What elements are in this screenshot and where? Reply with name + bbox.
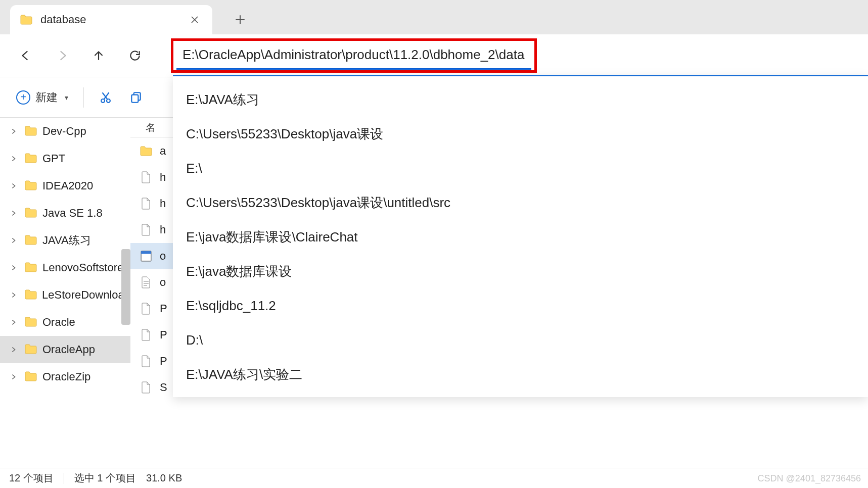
- tab-title: database: [40, 13, 179, 26]
- chevron-right-icon[interactable]: [9, 318, 18, 327]
- file-name: S: [160, 381, 167, 394]
- status-size: 31.0 KB: [146, 472, 182, 484]
- file-name: P: [160, 302, 167, 315]
- chevron-right-icon[interactable]: [9, 345, 18, 354]
- file-icon: [140, 196, 153, 211]
- chevron-right-icon[interactable]: [9, 154, 18, 163]
- file-icon: [140, 380, 153, 395]
- chevron-right-icon[interactable]: [9, 209, 18, 218]
- chevron-down-icon: ▾: [65, 93, 68, 102]
- sidebar-item-label: Dev-Cpp: [42, 125, 86, 138]
- folder-icon: [24, 153, 38, 164]
- file-icon: [140, 327, 153, 343]
- folder-icon: [19, 13, 33, 27]
- file-name: a: [160, 144, 166, 158]
- sidebar-item-label: OracleApp: [42, 343, 95, 356]
- sidebar-item-label: LenovoSoftstore: [42, 261, 123, 274]
- file-icon: [140, 222, 153, 237]
- history-item[interactable]: E:\JAVA练习: [173, 82, 868, 117]
- history-item[interactable]: C:\Users\55233\Desktop\java课设\untitled\s…: [173, 185, 868, 220]
- back-button[interactable]: [8, 41, 44, 70]
- file-icon: [140, 170, 153, 185]
- address-input[interactable]: [176, 41, 531, 70]
- chevron-right-icon[interactable]: [9, 181, 18, 190]
- up-button[interactable]: [80, 41, 117, 70]
- sidebar-item-label: IDEA2020: [42, 179, 93, 192]
- chevron-right-icon[interactable]: [9, 236, 18, 245]
- history-item[interactable]: E:\sqljdbc_11.2: [173, 288, 868, 323]
- statusbar: 12 个项目 选中 1 个项目 31.0 KB: [0, 468, 868, 488]
- new-tab-button[interactable]: [227, 7, 253, 32]
- app-icon: [140, 249, 153, 264]
- file-name: h: [160, 197, 166, 210]
- folder-icon: [24, 235, 38, 246]
- sidebar-item-oraclezip[interactable]: OracleZip: [0, 363, 130, 391]
- history-item[interactable]: E:\java数据库课设: [173, 254, 868, 288]
- folder-icon: [24, 180, 38, 191]
- history-item[interactable]: E:\JAVA练习\实验二: [173, 357, 868, 392]
- folder-icon: [24, 317, 38, 328]
- svg-point-1: [107, 99, 110, 103]
- titlebar: database: [0, 0, 868, 34]
- svg-rect-5: [141, 251, 151, 254]
- status-selected: 选中 1 个项目: [74, 471, 136, 485]
- file-name: P: [160, 328, 167, 341]
- folder-icon: [24, 344, 38, 355]
- file-name: o: [160, 276, 166, 289]
- history-item[interactable]: C:\Users\55233\Desktop\java课设: [173, 117, 868, 151]
- separator: [83, 87, 84, 108]
- sidebar-item-gpt[interactable]: GPT: [0, 145, 130, 172]
- refresh-button[interactable]: [117, 41, 153, 70]
- chevron-right-icon[interactable]: [9, 127, 18, 136]
- address-history-dropdown: E:\JAVA练习C:\Users\55233\Desktop\java课设E:…: [173, 75, 868, 397]
- sidebar: Dev-CppGPTIDEA2020Java SE 1.8JAVA练习Lenov…: [0, 118, 130, 468]
- text-icon: [140, 275, 153, 290]
- file-name: o: [160, 250, 166, 263]
- sidebar-item-label: Java SE 1.8: [42, 207, 103, 220]
- sidebar-item-idea2020[interactable]: IDEA2020: [0, 172, 130, 200]
- chevron-right-icon[interactable]: [9, 372, 18, 381]
- separator: [64, 473, 64, 484]
- svg-rect-3: [131, 94, 138, 102]
- folder-icon: [24, 289, 38, 301]
- plus-circle-icon: +: [16, 90, 30, 105]
- sidebar-item-label: LeStoreDownload: [42, 288, 130, 302]
- file-icon: [140, 301, 153, 316]
- file-name: P: [160, 355, 167, 368]
- new-label: 新建: [35, 90, 58, 105]
- sidebar-scrollbar[interactable]: [121, 249, 130, 325]
- chevron-right-icon[interactable]: [9, 263, 18, 272]
- folder-icon: [140, 143, 153, 159]
- svg-point-0: [101, 99, 105, 103]
- sidebar-item-lenovosoftstore[interactable]: LenovoSoftstore: [0, 254, 130, 281]
- file-name: h: [160, 223, 166, 236]
- sidebar-item-lestoredownload[interactable]: LeStoreDownload: [0, 281, 130, 309]
- copy-button[interactable]: [123, 83, 149, 112]
- sidebar-item-label: GPT: [42, 152, 65, 165]
- new-button[interactable]: + 新建 ▾: [10, 83, 74, 112]
- file-icon: [140, 354, 153, 369]
- sidebar-item-label: JAVA练习: [42, 233, 91, 248]
- address-bar[interactable]: [171, 38, 537, 73]
- navbar: [0, 34, 868, 77]
- tab-database[interactable]: database: [10, 5, 212, 34]
- sidebar-item-oracle[interactable]: Oracle: [0, 309, 130, 336]
- sidebar-item-java练习[interactable]: JAVA练习: [0, 227, 130, 254]
- history-item[interactable]: D:\: [173, 323, 868, 357]
- folder-icon: [24, 208, 38, 219]
- sidebar-item-java se 1.8[interactable]: Java SE 1.8: [0, 200, 130, 227]
- sidebar-item-label: OracleZip: [42, 370, 90, 383]
- cut-button[interactable]: [93, 83, 118, 112]
- folder-icon: [24, 262, 38, 273]
- history-item[interactable]: E:\: [173, 151, 868, 185]
- sidebar-item-label: Oracle: [42, 316, 75, 329]
- forward-button[interactable]: [44, 41, 80, 70]
- sidebar-item-oracleapp[interactable]: OracleApp: [0, 336, 130, 363]
- sidebar-item-dev-cpp[interactable]: Dev-Cpp: [0, 118, 130, 145]
- file-name: h: [160, 171, 166, 184]
- folder-icon: [24, 126, 38, 137]
- folder-icon: [24, 371, 38, 382]
- chevron-right-icon[interactable]: [9, 290, 18, 300]
- history-item[interactable]: E:\java数据库课设\ClaireChat: [173, 220, 868, 254]
- close-icon[interactable]: [186, 11, 203, 28]
